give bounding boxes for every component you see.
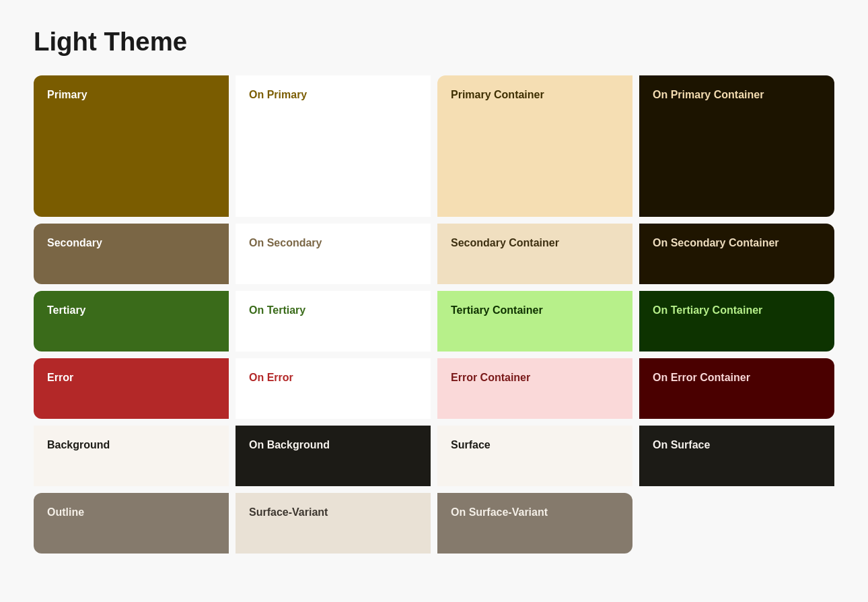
cell-outline: Outline xyxy=(34,493,229,554)
cell-error: Error xyxy=(34,358,229,419)
cell-label-on-secondary-container: On Secondary Container xyxy=(653,236,779,250)
row-5: OutlineSurface-VariantOn Surface-Variant xyxy=(34,493,834,554)
cell-primary-container: Primary Container xyxy=(437,75,632,217)
cell-label-on-tertiary: On Tertiary xyxy=(249,303,305,318)
cell-label-tertiary: Tertiary xyxy=(47,303,86,318)
cell-label-tertiary-container: Tertiary Container xyxy=(451,303,543,318)
cell-label-surface-variant: Surface-Variant xyxy=(249,505,328,520)
cell-on-secondary: On Secondary xyxy=(236,224,431,284)
cell-label-secondary-container: Secondary Container xyxy=(451,236,559,250)
cell-label-on-surface: On Surface xyxy=(653,438,710,453)
cell-on-tertiary: On Tertiary xyxy=(236,291,431,352)
color-grid: PrimaryOn PrimaryPrimary ContainerOn Pri… xyxy=(34,75,834,554)
cell-tertiary-container: Tertiary Container xyxy=(437,291,632,352)
cell-tertiary: Tertiary xyxy=(34,291,229,352)
cell-on-error: On Error xyxy=(236,358,431,419)
cell-label-outline: Outline xyxy=(47,505,84,520)
cell-label-primary-container: Primary Container xyxy=(451,88,544,102)
cell-label-on-primary: On Primary xyxy=(249,88,307,102)
cell-on-surface: On Surface xyxy=(639,426,834,486)
cell-surface-variant: Surface-Variant xyxy=(236,493,431,554)
cell-on-error-container: On Error Container xyxy=(639,358,834,419)
cell-label-on-error-container: On Error Container xyxy=(653,370,750,385)
row-1: SecondaryOn SecondarySecondary Container… xyxy=(34,224,834,284)
row-3: ErrorOn ErrorError ContainerOn Error Con… xyxy=(34,358,834,419)
cell-label-secondary: Secondary xyxy=(47,236,102,250)
cell-label-error-container: Error Container xyxy=(451,370,530,385)
cell-secondary-container: Secondary Container xyxy=(437,224,632,284)
cell-error-container: Error Container xyxy=(437,358,632,419)
cell-label-background: Background xyxy=(47,438,110,453)
cell-label-primary: Primary xyxy=(47,88,87,102)
row-0: PrimaryOn PrimaryPrimary ContainerOn Pri… xyxy=(34,75,834,217)
cell-label-on-error: On Error xyxy=(249,370,293,385)
cell-label-on-primary-container: On Primary Container xyxy=(653,88,764,102)
cell-label-surface: Surface xyxy=(451,438,491,453)
cell-background: Background xyxy=(34,426,229,486)
cell-on-primary: On Primary xyxy=(236,75,431,217)
cell-on-surface-variant: On Surface-Variant xyxy=(437,493,632,554)
cell-label-on-surface-variant: On Surface-Variant xyxy=(451,505,548,520)
row-4: BackgroundOn BackgroundSurfaceOn Surface xyxy=(34,426,834,486)
cell-on-tertiary-container: On Tertiary Container xyxy=(639,291,834,352)
cell-label-on-tertiary-container: On Tertiary Container xyxy=(653,303,762,318)
cell-on-background: On Background xyxy=(236,426,431,486)
cell-primary: Primary xyxy=(34,75,229,217)
row-2: TertiaryOn TertiaryTertiary ContainerOn … xyxy=(34,291,834,352)
cell-label-on-background: On Background xyxy=(249,438,330,453)
cell-on-primary-container: On Primary Container xyxy=(639,75,834,217)
page-title: Light Theme xyxy=(34,27,834,57)
cell-secondary: Secondary xyxy=(34,224,229,284)
cell-label-on-secondary: On Secondary xyxy=(249,236,322,250)
cell-surface: Surface xyxy=(437,426,632,486)
cell-label-error: Error xyxy=(47,370,73,385)
cell-on-secondary-container: On Secondary Container xyxy=(639,224,834,284)
